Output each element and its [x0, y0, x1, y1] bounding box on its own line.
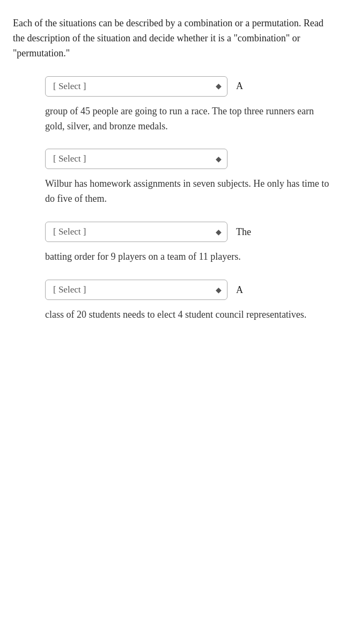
select-dropdown-4[interactable]: [ Select ] ◆: [45, 280, 227, 300]
description-2: Wilbur has homework assignments in seven…: [13, 177, 332, 207]
inline-suffix-4: A: [236, 284, 243, 296]
inline-suffix-3: The: [236, 226, 251, 238]
select-label-1: [ Select ]: [53, 81, 86, 92]
chevron-icon-2: ◆: [216, 155, 222, 164]
chevron-icon-3: ◆: [216, 228, 222, 237]
chevron-icon-4: ◆: [216, 286, 222, 295]
question-block-2: [ Select ] ◆ Wilbur has homework assignm…: [13, 149, 332, 207]
select-label-4: [ Select ]: [53, 284, 86, 295]
question-block-3: [ Select ] ◆ The batting order for 9 pla…: [13, 222, 332, 265]
inline-suffix-1: A: [236, 80, 243, 92]
select-dropdown-3[interactable]: [ Select ] ◆: [45, 222, 227, 242]
select-row-1: [ Select ] ◆ A: [13, 76, 332, 97]
select-dropdown-2[interactable]: [ Select ] ◆: [45, 149, 227, 169]
select-label-2: [ Select ]: [53, 153, 86, 164]
description-3: batting order for 9 players on a team of…: [13, 250, 332, 265]
description-4: class of 20 students needs to elect 4 st…: [13, 308, 332, 323]
intro-paragraph: Each of the situations can be described …: [13, 16, 332, 61]
chevron-icon-1: ◆: [216, 82, 222, 91]
select-label-3: [ Select ]: [53, 226, 86, 237]
description-1: group of 45 people are going to run a ra…: [13, 104, 332, 134]
select-dropdown-1[interactable]: [ Select ] ◆: [45, 76, 227, 97]
select-row-2: [ Select ] ◆: [13, 149, 332, 169]
select-row-4: [ Select ] ◆ A: [13, 280, 332, 300]
question-block-1: [ Select ] ◆ A group of 45 people are go…: [13, 76, 332, 134]
question-block-4: [ Select ] ◆ A class of 20 students need…: [13, 280, 332, 323]
select-row-3: [ Select ] ◆ The: [13, 222, 332, 242]
